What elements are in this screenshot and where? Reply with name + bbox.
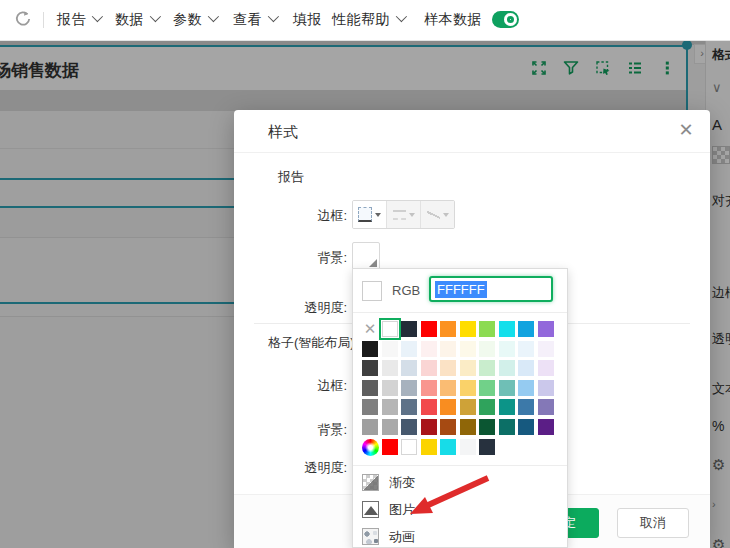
- color-swatch[interactable]: [499, 380, 515, 396]
- color-swatch[interactable]: [518, 321, 534, 337]
- dialog-header: 样式 ✕: [234, 110, 710, 153]
- color-swatch[interactable]: [440, 341, 456, 357]
- color-swatch[interactable]: [460, 341, 476, 357]
- color-swatch[interactable]: [440, 360, 456, 376]
- line-color-dropdown[interactable]: [421, 201, 454, 228]
- color-swatch[interactable]: [479, 341, 495, 357]
- color-swatch[interactable]: [518, 360, 534, 376]
- color-swatch[interactable]: [499, 341, 515, 357]
- sample-data-toggle[interactable]: [492, 11, 519, 28]
- color-swatch[interactable]: [518, 380, 534, 396]
- color-swatch[interactable]: [382, 439, 398, 455]
- color-swatch[interactable]: [499, 321, 515, 337]
- color-swatch[interactable]: [440, 321, 456, 337]
- color-swatch[interactable]: [401, 399, 417, 415]
- color-swatch[interactable]: [538, 419, 554, 435]
- color-swatch[interactable]: [460, 360, 476, 376]
- animation-icon: [362, 528, 379, 545]
- color-swatch[interactable]: [421, 360, 437, 376]
- dialog-title: 样式: [268, 123, 298, 142]
- close-icon[interactable]: ✕: [674, 118, 698, 142]
- color-swatch[interactable]: [382, 380, 398, 396]
- color-swatch[interactable]: [538, 341, 554, 357]
- menu-item-gradient[interactable]: 渐变: [353, 469, 567, 496]
- color-swatch[interactable]: [460, 380, 476, 396]
- color-swatch[interactable]: [401, 341, 417, 357]
- color-swatch[interactable]: [440, 380, 456, 396]
- palette-grid: ✕: [362, 321, 554, 435]
- color-swatch[interactable]: [382, 419, 398, 435]
- color-swatch[interactable]: [421, 380, 437, 396]
- rgb-input-value: FFFFFF: [435, 281, 487, 298]
- menu-item-animation[interactable]: 动画: [353, 523, 567, 548]
- color-swatch[interactable]: [421, 419, 437, 435]
- color-swatch[interactable]: [499, 419, 515, 435]
- color-preview-swatch: [362, 281, 382, 301]
- color-swatch[interactable]: [401, 321, 417, 337]
- line-style-icon: [393, 210, 406, 220]
- color-swatch[interactable]: [460, 439, 476, 455]
- menu-item-image[interactable]: 图片: [353, 496, 567, 523]
- color-swatch[interactable]: [362, 399, 378, 415]
- color-swatch[interactable]: [479, 419, 495, 435]
- rgb-label: RGB: [392, 283, 420, 298]
- toggle-knob: [504, 13, 517, 26]
- cancel-button[interactable]: 取消: [617, 508, 689, 538]
- color-swatch[interactable]: [538, 380, 554, 396]
- color-swatch[interactable]: [518, 341, 534, 357]
- color-swatch[interactable]: [499, 399, 515, 415]
- image-icon: [362, 501, 379, 518]
- color-swatch[interactable]: [499, 360, 515, 376]
- color-swatch[interactable]: [479, 399, 495, 415]
- color-swatch[interactable]: [518, 419, 534, 435]
- color-swatch[interactable]: [440, 419, 456, 435]
- color-wheel-icon[interactable]: [362, 439, 379, 456]
- color-swatch[interactable]: [460, 321, 476, 337]
- menu-view[interactable]: 查看: [233, 0, 276, 40]
- color-swatch[interactable]: [479, 360, 495, 376]
- border-style-dropdown[interactable]: [353, 201, 387, 228]
- color-swatch[interactable]: [382, 360, 398, 376]
- color-swatch[interactable]: [382, 341, 398, 357]
- redo-icon[interactable]: [12, 8, 34, 30]
- color-swatch[interactable]: [421, 341, 437, 357]
- menu-perf-help[interactable]: 性能帮助: [332, 0, 404, 40]
- color-swatch[interactable]: [382, 399, 398, 415]
- menu-report[interactable]: 报告: [57, 0, 100, 40]
- color-swatch[interactable]: [401, 360, 417, 376]
- color-swatch[interactable]: [401, 380, 417, 396]
- menu-fill[interactable]: 填报: [293, 0, 322, 40]
- color-swatch[interactable]: [460, 419, 476, 435]
- color-swatch[interactable]: [362, 360, 378, 376]
- color-swatch[interactable]: [362, 341, 378, 357]
- opacity-label-2: 透明度:: [234, 459, 347, 477]
- color-swatch[interactable]: [479, 380, 495, 396]
- color-swatch[interactable]: [538, 321, 554, 337]
- border-controls: [352, 200, 455, 229]
- color-swatch[interactable]: [421, 399, 437, 415]
- color-swatch[interactable]: [440, 399, 456, 415]
- color-swatch[interactable]: [401, 439, 417, 455]
- color-swatch[interactable]: [401, 419, 417, 435]
- line-style-dropdown[interactable]: [387, 201, 421, 228]
- no-fill-swatch[interactable]: ✕: [362, 321, 378, 337]
- color-swatch[interactable]: [362, 419, 378, 435]
- menu-parameters[interactable]: 参数: [173, 0, 216, 40]
- rgb-input[interactable]: FFFFFF: [429, 276, 553, 302]
- line-color-icon: [427, 210, 440, 220]
- color-swatch[interactable]: [538, 399, 554, 415]
- color-swatch[interactable]: [440, 439, 456, 455]
- color-swatch[interactable]: [460, 399, 476, 415]
- color-swatch[interactable]: [362, 380, 378, 396]
- color-swatch[interactable]: [479, 321, 495, 337]
- color-picker-popup: RGB FFFFFF ✕ 渐变 图片 动画: [352, 268, 568, 548]
- color-swatch[interactable]: [479, 439, 495, 455]
- color-swatch[interactable]: [421, 439, 437, 455]
- color-swatch[interactable]: [518, 399, 534, 415]
- menubar: 报告 数据 参数 查看 填报 性能帮助 样本数据: [0, 0, 730, 41]
- color-swatch[interactable]: [382, 321, 398, 337]
- color-swatch[interactable]: [421, 321, 437, 337]
- background-color-button[interactable]: [352, 242, 380, 270]
- menu-data[interactable]: 数据: [115, 0, 158, 40]
- color-swatch[interactable]: [538, 360, 554, 376]
